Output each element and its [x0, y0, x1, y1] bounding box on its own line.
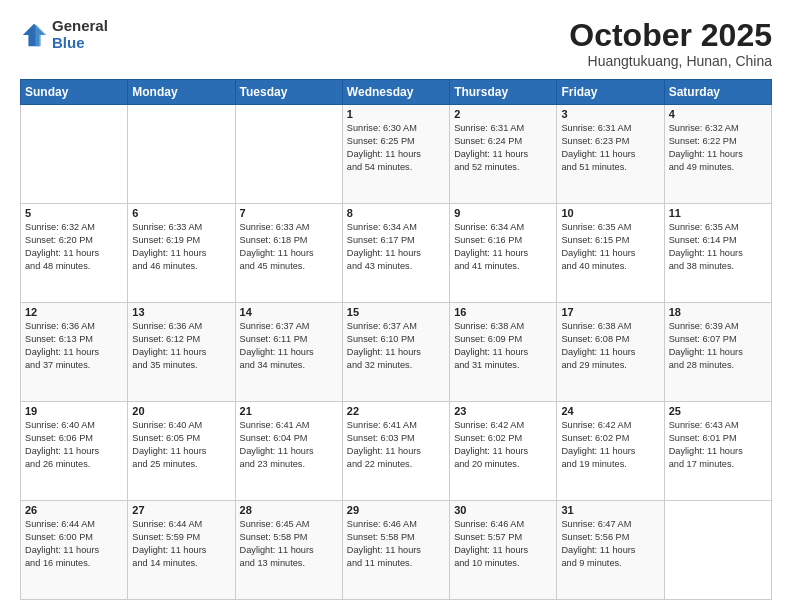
day-info: Sunrise: 6:36 AMSunset: 6:12 PMDaylight:…	[132, 320, 230, 372]
calendar-cell: 25Sunrise: 6:43 AMSunset: 6:01 PMDayligh…	[664, 402, 771, 501]
calendar-cell: 19Sunrise: 6:40 AMSunset: 6:06 PMDayligh…	[21, 402, 128, 501]
day-number: 8	[347, 207, 445, 219]
calendar-cell: 13Sunrise: 6:36 AMSunset: 6:12 PMDayligh…	[128, 303, 235, 402]
day-number: 4	[669, 108, 767, 120]
day-number: 18	[669, 306, 767, 318]
day-info: Sunrise: 6:35 AMSunset: 6:15 PMDaylight:…	[561, 221, 659, 273]
day-info: Sunrise: 6:32 AMSunset: 6:22 PMDaylight:…	[669, 122, 767, 174]
day-info: Sunrise: 6:37 AMSunset: 6:11 PMDaylight:…	[240, 320, 338, 372]
day-info: Sunrise: 6:33 AMSunset: 6:19 PMDaylight:…	[132, 221, 230, 273]
day-info: Sunrise: 6:37 AMSunset: 6:10 PMDaylight:…	[347, 320, 445, 372]
day-info: Sunrise: 6:30 AMSunset: 6:25 PMDaylight:…	[347, 122, 445, 174]
day-info: Sunrise: 6:38 AMSunset: 6:09 PMDaylight:…	[454, 320, 552, 372]
day-number: 16	[454, 306, 552, 318]
day-number: 10	[561, 207, 659, 219]
day-info: Sunrise: 6:46 AMSunset: 5:57 PMDaylight:…	[454, 518, 552, 570]
day-number: 19	[25, 405, 123, 417]
calendar-cell: 11Sunrise: 6:35 AMSunset: 6:14 PMDayligh…	[664, 204, 771, 303]
day-number: 7	[240, 207, 338, 219]
day-number: 31	[561, 504, 659, 516]
svg-marker-1	[35, 23, 46, 45]
day-number: 28	[240, 504, 338, 516]
calendar-cell: 15Sunrise: 6:37 AMSunset: 6:10 PMDayligh…	[342, 303, 449, 402]
day-number: 5	[25, 207, 123, 219]
day-info: Sunrise: 6:47 AMSunset: 5:56 PMDaylight:…	[561, 518, 659, 570]
day-info: Sunrise: 6:40 AMSunset: 6:05 PMDaylight:…	[132, 419, 230, 471]
day-info: Sunrise: 6:32 AMSunset: 6:20 PMDaylight:…	[25, 221, 123, 273]
day-number: 14	[240, 306, 338, 318]
calendar-cell: 21Sunrise: 6:41 AMSunset: 6:04 PMDayligh…	[235, 402, 342, 501]
title-block: October 2025 Huangtukuang, Hunan, China	[569, 18, 772, 69]
calendar-cell	[235, 105, 342, 204]
calendar-cell: 8Sunrise: 6:34 AMSunset: 6:17 PMDaylight…	[342, 204, 449, 303]
calendar-cell: 1Sunrise: 6:30 AMSunset: 6:25 PMDaylight…	[342, 105, 449, 204]
weekday-header-monday: Monday	[128, 80, 235, 105]
day-info: Sunrise: 6:45 AMSunset: 5:58 PMDaylight:…	[240, 518, 338, 570]
weekday-header-saturday: Saturday	[664, 80, 771, 105]
calendar-cell: 22Sunrise: 6:41 AMSunset: 6:03 PMDayligh…	[342, 402, 449, 501]
weekday-header-friday: Friday	[557, 80, 664, 105]
calendar-week-5: 26Sunrise: 6:44 AMSunset: 6:00 PMDayligh…	[21, 501, 772, 600]
day-number: 6	[132, 207, 230, 219]
calendar-cell: 2Sunrise: 6:31 AMSunset: 6:24 PMDaylight…	[450, 105, 557, 204]
logo-icon	[20, 21, 48, 49]
day-number: 17	[561, 306, 659, 318]
day-number: 1	[347, 108, 445, 120]
calendar-cell: 10Sunrise: 6:35 AMSunset: 6:15 PMDayligh…	[557, 204, 664, 303]
calendar-cell	[128, 105, 235, 204]
day-info: Sunrise: 6:38 AMSunset: 6:08 PMDaylight:…	[561, 320, 659, 372]
day-number: 21	[240, 405, 338, 417]
weekday-header-sunday: Sunday	[21, 80, 128, 105]
location: Huangtukuang, Hunan, China	[569, 53, 772, 69]
day-number: 9	[454, 207, 552, 219]
day-info: Sunrise: 6:34 AMSunset: 6:17 PMDaylight:…	[347, 221, 445, 273]
day-info: Sunrise: 6:40 AMSunset: 6:06 PMDaylight:…	[25, 419, 123, 471]
day-info: Sunrise: 6:35 AMSunset: 6:14 PMDaylight:…	[669, 221, 767, 273]
calendar-cell: 7Sunrise: 6:33 AMSunset: 6:18 PMDaylight…	[235, 204, 342, 303]
calendar-cell: 30Sunrise: 6:46 AMSunset: 5:57 PMDayligh…	[450, 501, 557, 600]
calendar-cell: 29Sunrise: 6:46 AMSunset: 5:58 PMDayligh…	[342, 501, 449, 600]
logo: General Blue	[20, 18, 108, 51]
day-number: 20	[132, 405, 230, 417]
day-number: 29	[347, 504, 445, 516]
weekday-header-wednesday: Wednesday	[342, 80, 449, 105]
day-info: Sunrise: 6:44 AMSunset: 5:59 PMDaylight:…	[132, 518, 230, 570]
calendar-cell: 23Sunrise: 6:42 AMSunset: 6:02 PMDayligh…	[450, 402, 557, 501]
calendar-week-2: 5Sunrise: 6:32 AMSunset: 6:20 PMDaylight…	[21, 204, 772, 303]
calendar-cell: 4Sunrise: 6:32 AMSunset: 6:22 PMDaylight…	[664, 105, 771, 204]
calendar-cell: 17Sunrise: 6:38 AMSunset: 6:08 PMDayligh…	[557, 303, 664, 402]
day-number: 11	[669, 207, 767, 219]
day-info: Sunrise: 6:34 AMSunset: 6:16 PMDaylight:…	[454, 221, 552, 273]
month-title: October 2025	[569, 18, 772, 53]
day-number: 2	[454, 108, 552, 120]
day-number: 27	[132, 504, 230, 516]
page-header: General Blue October 2025 Huangtukuang, …	[20, 18, 772, 69]
day-info: Sunrise: 6:39 AMSunset: 6:07 PMDaylight:…	[669, 320, 767, 372]
calendar-cell: 31Sunrise: 6:47 AMSunset: 5:56 PMDayligh…	[557, 501, 664, 600]
day-info: Sunrise: 6:46 AMSunset: 5:58 PMDaylight:…	[347, 518, 445, 570]
day-number: 26	[25, 504, 123, 516]
weekday-header-thursday: Thursday	[450, 80, 557, 105]
calendar-week-4: 19Sunrise: 6:40 AMSunset: 6:06 PMDayligh…	[21, 402, 772, 501]
calendar-cell: 14Sunrise: 6:37 AMSunset: 6:11 PMDayligh…	[235, 303, 342, 402]
calendar-cell: 12Sunrise: 6:36 AMSunset: 6:13 PMDayligh…	[21, 303, 128, 402]
day-number: 24	[561, 405, 659, 417]
calendar: SundayMondayTuesdayWednesdayThursdayFrid…	[20, 79, 772, 600]
logo-blue: Blue	[52, 35, 108, 52]
calendar-cell: 20Sunrise: 6:40 AMSunset: 6:05 PMDayligh…	[128, 402, 235, 501]
day-number: 3	[561, 108, 659, 120]
calendar-week-1: 1Sunrise: 6:30 AMSunset: 6:25 PMDaylight…	[21, 105, 772, 204]
day-info: Sunrise: 6:44 AMSunset: 6:00 PMDaylight:…	[25, 518, 123, 570]
calendar-cell: 5Sunrise: 6:32 AMSunset: 6:20 PMDaylight…	[21, 204, 128, 303]
calendar-cell: 16Sunrise: 6:38 AMSunset: 6:09 PMDayligh…	[450, 303, 557, 402]
logo-text: General Blue	[52, 18, 108, 51]
day-info: Sunrise: 6:31 AMSunset: 6:24 PMDaylight:…	[454, 122, 552, 174]
day-info: Sunrise: 6:42 AMSunset: 6:02 PMDaylight:…	[454, 419, 552, 471]
calendar-cell: 9Sunrise: 6:34 AMSunset: 6:16 PMDaylight…	[450, 204, 557, 303]
calendar-cell: 6Sunrise: 6:33 AMSunset: 6:19 PMDaylight…	[128, 204, 235, 303]
day-number: 12	[25, 306, 123, 318]
calendar-cell: 24Sunrise: 6:42 AMSunset: 6:02 PMDayligh…	[557, 402, 664, 501]
weekday-header-tuesday: Tuesday	[235, 80, 342, 105]
day-info: Sunrise: 6:43 AMSunset: 6:01 PMDaylight:…	[669, 419, 767, 471]
day-info: Sunrise: 6:33 AMSunset: 6:18 PMDaylight:…	[240, 221, 338, 273]
